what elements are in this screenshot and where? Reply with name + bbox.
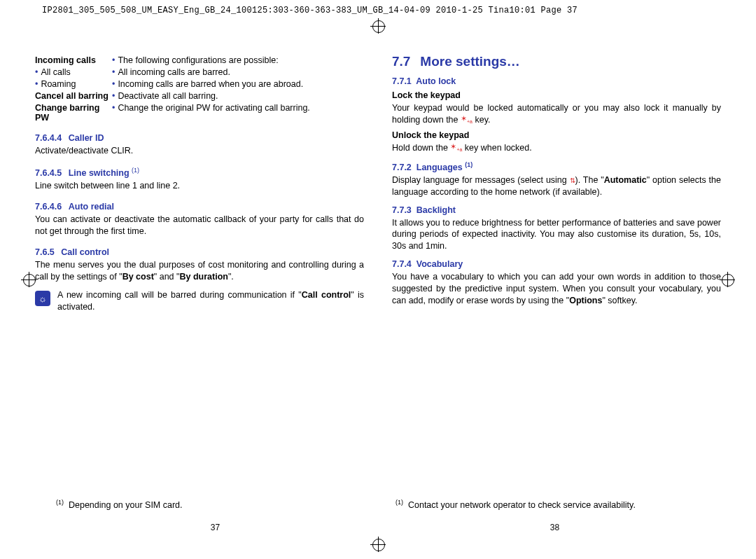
table-row: •Roaming •Incoming calls are barred when… <box>35 78 364 90</box>
row-label: Incoming calls <box>35 55 96 65</box>
sub-heading-lock: Lock the keypad <box>392 90 721 100</box>
footnote-ref: (1) <box>132 167 139 174</box>
section-title: Auto redial <box>69 202 114 212</box>
section-body: You have a vocabulary to which you can a… <box>392 271 721 307</box>
tip-box: ☼ A new incoming call will be barred dur… <box>35 289 364 313</box>
text: ". <box>228 272 234 282</box>
bullet-icon: • <box>112 55 115 65</box>
row-label: Change barring PW <box>35 103 99 123</box>
footnote-marker: (1) <box>56 499 64 506</box>
call-barring-table: Incoming calls •The following configurat… <box>35 54 364 123</box>
bold-text: By cost <box>122 272 154 282</box>
up-down-arrow-icon: ⇅ <box>570 176 575 186</box>
star-key-icon: ✶+a <box>450 143 462 153</box>
bold-text: Options <box>569 296 602 305</box>
page-38: 7.7 More settings… 7.7.1 Auto lock Lock … <box>392 54 721 313</box>
footnote-ref: (1) <box>465 161 472 168</box>
bold-text: Automatic <box>604 175 647 185</box>
section-number: 7.6.4.6 <box>35 202 62 212</box>
section-7-6-4-6: 7.6.4.6 Auto redial <box>35 202 364 212</box>
text: " softkey. <box>602 296 637 305</box>
row-text: Deactivate all call barring. <box>118 91 218 101</box>
text: " and " <box>154 272 180 282</box>
lightbulb-icon: ☼ <box>38 294 47 304</box>
section-number: 7.6.5 <box>35 247 55 257</box>
text: Display language for messages (select us… <box>392 175 570 185</box>
section-number: 7.6.4.4 <box>35 133 62 143</box>
section-number: 7.7.3 <box>392 205 412 215</box>
chapter-heading: 7.7 More settings… <box>392 54 721 69</box>
section-7-6-4-5: 7.6.4.5 Line switching (1) <box>35 167 364 178</box>
section-title: Vocabulary <box>416 259 463 269</box>
registration-mark-top <box>370 18 386 34</box>
row-text: All incoming calls are barred. <box>118 67 230 77</box>
star-key-icon: ✶+a <box>461 115 472 125</box>
section-number: 7.7.4 <box>392 259 412 269</box>
section-7-6-4-4: 7.6.4.4 Caller ID <box>35 133 364 143</box>
bullet-icon: • <box>112 67 115 77</box>
section-body: Your keypad would be locked automaticall… <box>392 102 721 126</box>
section-title: Call control <box>61 247 109 257</box>
footnote-right: (1) Contact your network operator to che… <box>374 499 714 532</box>
section-7-6-5: 7.6.5 Call control <box>35 247 364 257</box>
row-label: Roaming <box>41 79 76 89</box>
bullet-icon: • <box>112 103 115 113</box>
section-body: Activate/deactivate CLIR. <box>35 145 364 157</box>
text: key when locked. <box>462 143 531 153</box>
row-text: Incoming calls are barred when you are a… <box>118 79 303 89</box>
bullet-icon: • <box>112 91 115 101</box>
bold-text: Call control <box>302 290 351 300</box>
chapter-number: 7.7 <box>392 54 410 69</box>
section-7-7-4: 7.7.4 Vocabulary <box>392 259 721 269</box>
section-title: Languages <box>416 163 463 172</box>
page-number: 38 <box>396 523 714 532</box>
section-number: 7.6.4.5 <box>35 168 62 178</box>
section-7-7-1: 7.7.1 Auto lock <box>392 76 721 86</box>
print-header: IP2801_305_505_508_UM_EASY_Eng_GB_24_100… <box>0 0 756 15</box>
footnote-marker: (1) <box>396 499 403 506</box>
text: ). The " <box>575 175 604 185</box>
bullet-icon: • <box>112 79 115 89</box>
row-text: The following configurations are possibl… <box>118 55 278 65</box>
text: You have a vocabulary to which you can a… <box>392 272 721 305</box>
row-text: Change the original PW for activating ca… <box>118 103 309 113</box>
section-7-7-3: 7.7.3 Backlight <box>392 205 721 215</box>
footnote-text: Contact your network operator to check s… <box>408 500 636 510</box>
text: Hold down the <box>392 143 450 153</box>
table-row: Change barring PW •Change the original P… <box>35 102 364 123</box>
section-title: Line switching <box>69 168 130 178</box>
section-body: Hold down the ✶+a key when locked. <box>392 142 721 154</box>
section-title: Auto lock <box>416 76 456 86</box>
chapter-title: More settings… <box>420 54 520 69</box>
section-body: Line switch between line 1 and line 2. <box>35 180 364 192</box>
section-body: Display language for messages (select us… <box>392 174 721 198</box>
bullet-icon: • <box>35 67 38 77</box>
section-body: The menu serves you the dual purposes of… <box>35 259 364 283</box>
page-number: 37 <box>56 523 374 532</box>
row-label: Cancel all barring <box>35 91 108 101</box>
section-7-7-2: 7.7.2 Languages (1) <box>392 161 721 172</box>
footnote-text: Depending on your SIM card. <box>69 500 183 510</box>
tip-text: A new incoming call will be barred durin… <box>57 289 364 313</box>
registration-mark-bottom <box>370 537 386 552</box>
table-row: Incoming calls •The following configurat… <box>35 54 364 66</box>
section-number: 7.7.1 <box>392 76 412 86</box>
row-label: All calls <box>41 67 70 77</box>
sub-heading-unlock: Unlock the keypad <box>392 130 721 140</box>
registration-mark-left <box>21 272 36 287</box>
tip-icon: ☼ <box>35 291 50 306</box>
text: A new incoming call will be barred durin… <box>57 290 302 300</box>
section-number: 7.7.2 <box>392 163 412 172</box>
page-37: Incoming calls •The following configurat… <box>35 54 364 313</box>
text: key. <box>472 115 490 125</box>
table-row: •All calls •All incoming calls are barre… <box>35 66 364 78</box>
footnote-left: (1) Depending on your SIM card. 37 <box>56 499 374 532</box>
bullet-icon: • <box>35 79 38 89</box>
section-body: It allows you to reduce brightness for b… <box>392 217 721 253</box>
section-title: Caller ID <box>69 133 104 143</box>
table-row: Cancel all barring •Deactivate all call … <box>35 90 364 102</box>
section-title: Backlight <box>416 205 456 215</box>
section-body: You can activate or deactivate the autom… <box>35 214 364 237</box>
text: Your keypad would be locked automaticall… <box>392 103 721 125</box>
registration-mark-right <box>720 272 735 287</box>
